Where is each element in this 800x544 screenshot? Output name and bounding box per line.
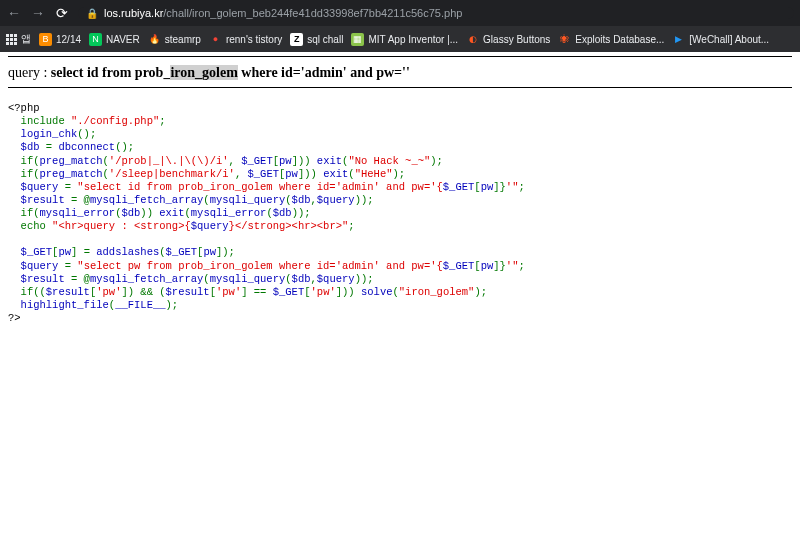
reload-button[interactable]: ⟳ xyxy=(54,5,70,21)
bookmark-icon: ◐ xyxy=(466,33,479,46)
bookmark-label: Glassy Buttons xyxy=(483,34,550,45)
bookmark-label: renn's tistory xyxy=(226,34,282,45)
bookmark-icon: B xyxy=(39,33,52,46)
bookmark-1214[interactable]: B 12/14 xyxy=(39,33,81,46)
bookmark-label: steamrp xyxy=(165,34,201,45)
bookmark-icon: N xyxy=(89,33,102,46)
bookmark-glassy[interactable]: ◐ Glassy Buttons xyxy=(466,33,550,46)
bookmark-exploits[interactable]: 🕷 Exploits Database... xyxy=(558,33,664,46)
back-button[interactable]: ← xyxy=(6,5,22,21)
browser-toolbar: ← → ⟳ 🔒 los.rubiya.kr/chall/iron_golem_b… xyxy=(0,0,800,26)
url-bar[interactable]: 🔒 los.rubiya.kr/chall/iron_golem_beb244f… xyxy=(78,7,794,19)
bookmark-wechall[interactable]: ▶ [WeChall] About... xyxy=(672,33,769,46)
apps-button[interactable]: 앱 xyxy=(6,32,31,46)
bookmark-icon: ▶ xyxy=(672,33,685,46)
bookmark-label: [WeChall] About... xyxy=(689,34,769,45)
bookmark-icon: ▦ xyxy=(351,33,364,46)
apps-icon xyxy=(6,34,17,45)
forward-button[interactable]: → xyxy=(30,5,46,21)
query-sql: select id from prob_iron_golem where id=… xyxy=(51,65,410,80)
bookmark-label: NAVER xyxy=(106,34,140,45)
bookmarks-bar: 앱 B 12/14 N NAVER 🔥 steamrp ● renn's tis… xyxy=(0,26,800,52)
bookmark-label: MIT App Inventor |... xyxy=(368,34,458,45)
lock-icon: 🔒 xyxy=(86,8,98,19)
bookmark-mit[interactable]: ▦ MIT App Inventor |... xyxy=(351,33,458,46)
php-source: <?php include "./config.php"; login_chk(… xyxy=(8,102,792,325)
page-content: query : select id from prob_iron_golem w… xyxy=(0,52,800,329)
bookmark-naver[interactable]: N NAVER xyxy=(89,33,140,46)
bookmark-label: sql chall xyxy=(307,34,343,45)
query-label: query : xyxy=(8,65,51,80)
bookmark-label: 앱 xyxy=(21,32,31,46)
bookmark-sqlchall[interactable]: Z sql chall xyxy=(290,33,343,46)
bookmark-icon: ● xyxy=(209,33,222,46)
bookmark-icon: 🔥 xyxy=(148,33,161,46)
bookmark-label: 12/14 xyxy=(56,34,81,45)
hr-top xyxy=(8,56,792,57)
bookmark-steamrp[interactable]: 🔥 steamrp xyxy=(148,33,201,46)
bookmark-icon: 🕷 xyxy=(558,33,571,46)
url-text: los.rubiya.kr/chall/iron_golem_beb244fe4… xyxy=(104,7,462,19)
bookmark-renn[interactable]: ● renn's tistory xyxy=(209,33,282,46)
bookmark-icon: Z xyxy=(290,33,303,46)
query-header: query : select id from prob_iron_golem w… xyxy=(8,61,792,88)
bookmark-label: Exploits Database... xyxy=(575,34,664,45)
